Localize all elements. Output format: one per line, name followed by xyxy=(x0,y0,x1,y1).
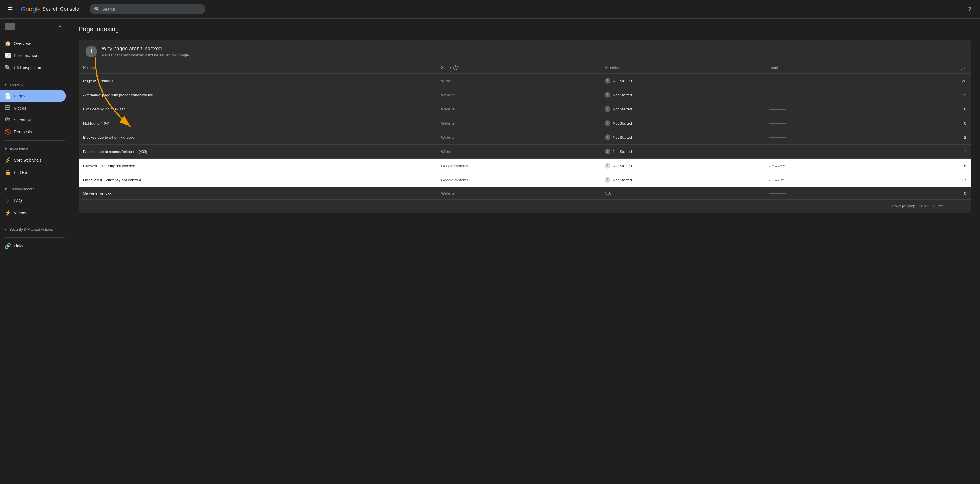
not-started-icon: ! xyxy=(605,78,611,83)
not-started-icon: ! xyxy=(605,134,611,140)
sidebar-item-videos-label: Videos xyxy=(14,106,26,110)
security-section-header[interactable]: ▸ Security & Manual Actions xyxy=(0,224,69,235)
cell-trend xyxy=(764,187,885,200)
table-container: Reason Source ? Validation ↓ xyxy=(79,62,971,200)
cell-trend xyxy=(764,74,885,88)
logo: Google Search Console xyxy=(21,5,79,13)
cell-reason: Alternative page with proper canonical t… xyxy=(79,88,437,102)
cell-validation: ! Not Started xyxy=(600,173,764,187)
property-selector[interactable]: ▾ xyxy=(0,21,66,32)
cell-source: Website xyxy=(437,145,600,159)
table-row[interactable]: Excluded by 'noindex' tag Website ! Not … xyxy=(79,102,971,116)
dropdown-arrow: ▾ xyxy=(59,24,61,30)
cell-reason: Crawled - currently not indexed xyxy=(79,159,437,173)
source-help-icon[interactable]: ? xyxy=(453,65,458,70)
search-placeholder: Search xyxy=(102,7,115,11)
cell-pages: 6 xyxy=(885,116,971,130)
table-row[interactable]: Discovered – currently not indexed Googl… xyxy=(79,173,971,187)
app-name: Search Console xyxy=(42,6,79,12)
enhancements-section-header[interactable]: ▾ Enhancements xyxy=(0,183,69,195)
pagination-nav: ‹ › xyxy=(949,202,966,210)
menu-button[interactable]: ☰ xyxy=(5,3,16,15)
sidebar-item-links[interactable]: 🔗 Links xyxy=(0,240,66,252)
cell-reason: Discovered – currently not indexed xyxy=(79,173,437,187)
rows-per-page: Rows per page 10 25 50 xyxy=(892,204,928,208)
indexing-table: Reason Source ? Validation ↓ xyxy=(79,62,971,200)
filter-button[interactable]: ≡ xyxy=(958,46,964,55)
experience-section-header[interactable]: ▾ Experience xyxy=(0,143,69,154)
col-pages: Pages xyxy=(885,62,971,74)
sidebar-item-videos[interactable]: 🎞 Videos xyxy=(0,102,66,114)
security-section-label: Security & Manual Actions xyxy=(9,227,53,232)
cell-reason: Not found (404) xyxy=(79,116,437,130)
table-footer: Rows per page 10 25 50 1-9 of 9 ‹ › xyxy=(79,200,971,212)
sort-icon: ↓ xyxy=(622,65,624,70)
cell-validation: ! Not Started xyxy=(600,88,764,102)
not-started-icon: ! xyxy=(605,163,611,169)
info-circle-icon: i xyxy=(86,46,97,57)
divider-6 xyxy=(5,237,65,238)
divider-5 xyxy=(5,221,65,222)
cell-validation: ! Not Started xyxy=(600,116,764,130)
faq-icon: ◇ xyxy=(5,198,10,204)
not-started-icon: ! xyxy=(605,106,611,112)
sidebar-item-pages[interactable]: 📄 Pages xyxy=(0,90,66,102)
sidebar-item-videos-enh[interactable]: ⚡ Videos xyxy=(0,207,66,219)
cell-validation: ! Not Started xyxy=(600,102,764,116)
sidebar-item-sitemaps[interactable]: 🗺 Sitemaps xyxy=(0,114,66,126)
topbar: ☰ Google Search Console 🔍 Search ? xyxy=(0,0,980,19)
sidebar-item-core-web-vitals-label: Core web vitals xyxy=(14,158,41,163)
not-started-icon: ! xyxy=(605,177,611,183)
sidebar-item-faq[interactable]: ◇ FAQ xyxy=(0,195,66,207)
search-bar[interactable]: 🔍 Search xyxy=(89,4,205,14)
cell-validation: ! Not Started xyxy=(600,145,764,159)
sidebar-item-removals-label: Removals xyxy=(14,129,32,134)
table-row[interactable]: Server error (5xx) Website N/A 0 xyxy=(79,187,971,200)
google-logo-text: Google xyxy=(21,5,40,13)
search-icon: 🔍 xyxy=(94,6,100,12)
sidebar-item-overview[interactable]: 🏠 Overview xyxy=(0,37,66,50)
cell-source: Google systems xyxy=(437,173,600,187)
cell-source: Website xyxy=(437,130,600,145)
col-source: Source ? xyxy=(437,62,600,74)
cell-reason: Server error (5xx) xyxy=(79,187,437,200)
table-header-row: Reason Source ? Validation ↓ xyxy=(79,62,971,74)
sidebar-item-removals[interactable]: 🚫 Removals xyxy=(0,126,66,138)
table-row[interactable]: Blocked due to access forbidden (403) We… xyxy=(79,145,971,159)
menu-icon: ☰ xyxy=(8,6,13,13)
indexing-section-label: Indexing xyxy=(9,82,24,86)
table-row[interactable]: Blocked due to other 4xx issue Website !… xyxy=(79,130,971,145)
table-row[interactable]: Crawled - currently not indexed Google s… xyxy=(79,159,971,173)
cell-source: Google systems xyxy=(437,159,600,173)
sidebar: ▾ 🏠 Overview 📈 Performance 🔍 URL inspect… xyxy=(0,19,69,484)
next-page-button[interactable]: › xyxy=(958,202,966,210)
cell-pages: 19 xyxy=(885,88,971,102)
sidebar-item-url-inspection[interactable]: 🔍 URL inspection xyxy=(0,62,66,74)
cell-trend xyxy=(764,145,885,159)
col-validation: Validation ↓ xyxy=(600,62,764,74)
cell-source: Website xyxy=(437,187,600,200)
cell-pages: 18 xyxy=(885,102,971,116)
help-icon: ? xyxy=(968,6,971,13)
rows-per-page-select[interactable]: 10 25 50 xyxy=(918,204,928,208)
table-row[interactable]: Alternative page with proper canonical t… xyxy=(79,88,971,102)
sidebar-item-faq-label: FAQ xyxy=(14,198,22,203)
sidebar-item-https[interactable]: 🔒 HTTPS xyxy=(0,166,66,178)
table-row[interactable]: Not found (404) Website ! Not Started 6 xyxy=(79,116,971,130)
help-button[interactable]: ? xyxy=(964,3,975,15)
sidebar-item-performance[interactable]: 📈 Performance xyxy=(0,50,66,62)
cell-validation: N/A xyxy=(600,187,764,200)
cell-validation: ! Not Started xyxy=(600,159,764,173)
cell-pages: 0 xyxy=(885,187,971,200)
table-row[interactable]: Page with redirect Website ! Not Started… xyxy=(79,74,971,88)
indexing-expand-icon: ▾ xyxy=(5,81,7,87)
indexing-section-header[interactable]: ▾ Indexing xyxy=(0,79,69,90)
cell-trend xyxy=(764,130,885,145)
page-title: Page indexing xyxy=(79,26,971,33)
security-expand-icon: ▸ xyxy=(5,227,7,232)
sidebar-item-pages-label: Pages xyxy=(14,94,25,98)
sidebar-item-core-web-vitals[interactable]: ⚡ Core web vitals xyxy=(0,154,66,166)
prev-page-button[interactable]: ‹ xyxy=(949,202,957,210)
sidebar-item-videos-enh-label: Videos xyxy=(14,211,26,215)
cell-source: Website xyxy=(437,116,600,130)
